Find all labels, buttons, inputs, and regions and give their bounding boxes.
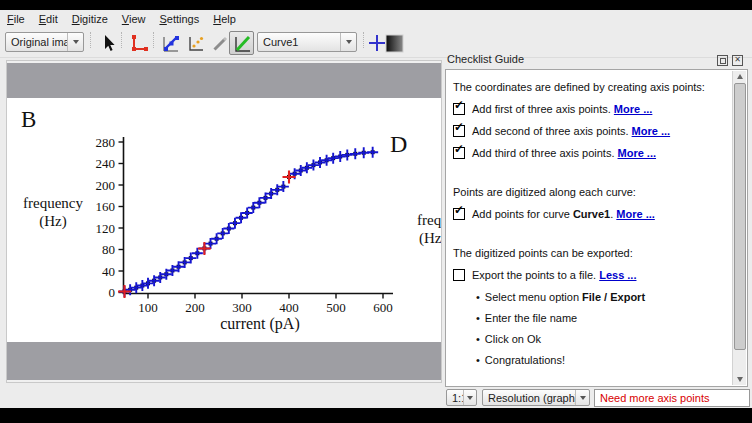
checklist-text: Points are digitized along each curve: <box>453 186 636 198</box>
partial-right-y-axis-label: (Hz) <box>419 230 441 247</box>
chevron-down-icon[interactable] <box>463 390 476 405</box>
y-tick-label: 240 <box>96 156 116 171</box>
menu-digitize[interactable]: Digitize <box>65 11 115 27</box>
chevron-down-icon[interactable] <box>575 390 589 405</box>
resolution-combo-value: Resolution (graph): <box>483 392 575 404</box>
x-tick-label: 500 <box>326 300 346 315</box>
y-tick-label: 200 <box>96 178 116 193</box>
y-axis-label: frequency <box>23 195 83 211</box>
chevron-down-icon[interactable] <box>340 33 356 51</box>
close-panel-icon[interactable]: ✕ <box>732 55 743 66</box>
checklist-item: Export the points to a file. Less ... <box>453 269 731 282</box>
digitized-chart: 04080120160200240280100200300400500600BD… <box>7 61 441 382</box>
panel-label-b: B <box>21 107 36 132</box>
curve-point-tool-button[interactable] <box>157 31 182 55</box>
zoom-combo[interactable]: 1:1 <box>446 389 477 406</box>
scrollbar-thumb[interactable] <box>734 83 746 350</box>
menu-view[interactable]: View <box>115 11 153 27</box>
menu-settings[interactable]: Settings <box>152 11 206 27</box>
x-axis-label: current (pA) <box>220 315 300 333</box>
x-tick-label: 300 <box>232 300 252 315</box>
graph-canvas[interactable]: 04080120160200240280100200300400500600BD… <box>6 60 442 383</box>
checked-checkbox-icon[interactable]: ✓ <box>453 208 465 220</box>
checklist-text: Enter the file name <box>485 312 577 324</box>
select-tool-button[interactable] <box>95 31 120 55</box>
application-window: FileEditDigitizeViewSettingsHelp Origina… <box>0 10 752 408</box>
segment-pencil-tool-button[interactable] <box>206 31 231 55</box>
checklist-paragraph: Points are digitized along each curve: <box>453 185 731 199</box>
background-selector-value: Original image <box>6 36 67 48</box>
checklist-paragraph: The digitized points can be exported: <box>453 246 731 260</box>
image-gray-band-bottom <box>7 342 441 380</box>
x-tick-label: 200 <box>185 300 205 315</box>
checklist-text: Add third of three axis points. More ... <box>472 147 656 160</box>
status-message: Need more axis points <box>594 389 750 407</box>
menu-bar: FileEditDigitizeViewSettingsHelp <box>0 10 752 28</box>
point-match-icon <box>185 33 205 53</box>
image-gray-band-top <box>7 63 441 98</box>
checklist-text: The coordinates are defined by creating … <box>453 81 705 93</box>
y-tick-label: 120 <box>96 221 116 236</box>
checklist-content-box: The coordinates are defined by creating … <box>445 69 748 387</box>
checklist-item: ✓Add second of three axis points. More .… <box>453 125 731 138</box>
chevron-down-icon[interactable] <box>67 33 83 51</box>
scroll-down-icon[interactable] <box>733 374 746 385</box>
y-axis-label: (Hz) <box>39 213 66 230</box>
status-bar: 1:1 Resolution (graph): Need more axis p… <box>0 388 752 408</box>
menu-file[interactable]: File <box>0 11 32 27</box>
x-tick-label: 600 <box>373 300 393 315</box>
checklist-scrollbar[interactable] <box>732 71 746 385</box>
y-tick-label: 160 <box>96 199 116 214</box>
resolution-combo[interactable]: Resolution (graph): <box>482 389 590 406</box>
checklist-gap <box>453 230 731 242</box>
checklist-link[interactable]: Less ... <box>599 269 636 281</box>
background-selector-combo[interactable]: Original image <box>5 32 84 52</box>
checklist-link[interactable]: More ... <box>618 147 657 159</box>
zoom-combo-value: 1:1 <box>447 392 463 404</box>
axis-point-tool-button[interactable] <box>125 31 150 55</box>
checklist-text: The digitized points can be exported: <box>453 247 633 259</box>
checked-checkbox-icon[interactable]: ✓ <box>453 103 465 115</box>
y-tick-label: 40 <box>102 264 115 279</box>
checked-checkbox-icon[interactable]: ✓ <box>453 147 465 159</box>
y-tick-label: 0 <box>109 285 116 300</box>
curve-point-icon <box>160 33 180 53</box>
panel-label-d: D <box>390 131 407 157</box>
checklist-item: ✓Add points for curve Curve1. More ... <box>453 208 731 221</box>
menu-help[interactable]: Help <box>206 11 243 27</box>
checklist-text: Select menu option File / Export <box>485 291 645 303</box>
segment-fill-tool-button[interactable] <box>229 31 254 55</box>
segment-fill-icon <box>232 33 252 53</box>
point-match-tool-button[interactable] <box>182 31 207 55</box>
float-panel-icon[interactable] <box>717 55 728 66</box>
partial-right-y-axis-label: freque <box>417 212 441 228</box>
checklist-paragraph: The coordinates are defined by creating … <box>453 80 731 94</box>
unchecked-checkbox-icon[interactable] <box>453 269 465 281</box>
checklist-bullet: •Select menu option File / Export <box>476 291 731 304</box>
checklist-guide-title: Checklist Guide <box>447 53 524 65</box>
checklist-text: Export the points to a file. Less ... <box>472 269 636 282</box>
bullet-icon: • <box>476 333 480 345</box>
gradient-swatch-icon <box>385 34 404 53</box>
x-tick-label: 100 <box>138 300 158 315</box>
color-filter-indicator <box>382 31 407 55</box>
checklist-bullet: •Congratulations! <box>476 354 731 367</box>
y-tick-label: 280 <box>96 135 116 150</box>
menu-edit[interactable]: Edit <box>32 11 65 27</box>
curve-selector-value: Curve1 <box>258 36 340 48</box>
checklist-guide-panel: Checklist Guide ✕ The coordinates are de… <box>443 53 750 387</box>
checklist-link[interactable]: More ... <box>632 125 671 137</box>
checklist-text: Add second of three axis points. More ..… <box>472 125 670 138</box>
bullet-icon: • <box>476 312 480 324</box>
checklist-gap <box>453 375 731 386</box>
scroll-up-icon[interactable] <box>733 71 746 82</box>
checklist-link[interactable]: More ... <box>614 103 653 115</box>
curve-selector-combo[interactable]: Curve1 <box>257 32 357 52</box>
cursor-arrow-icon <box>98 33 118 53</box>
checklist-link[interactable]: More ... <box>616 208 655 220</box>
checklist-item: ✓Add first of three axis points. More ..… <box>453 103 731 116</box>
checklist-text: Add points for curve Curve1. More ... <box>472 208 655 221</box>
checked-checkbox-icon[interactable]: ✓ <box>453 125 465 137</box>
checklist-text: Click on Ok <box>485 333 541 345</box>
axis-point-icon <box>128 33 148 53</box>
